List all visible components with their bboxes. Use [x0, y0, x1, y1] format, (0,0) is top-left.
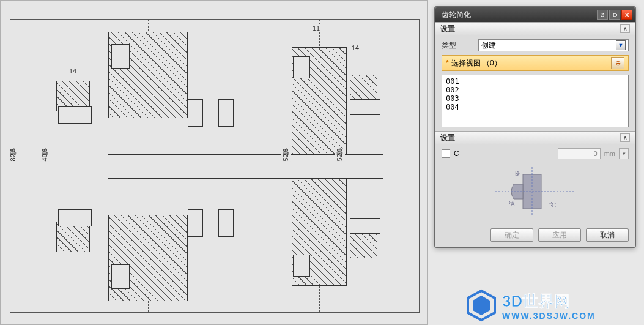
dialog-button-bar: 确定 应用 取消	[435, 223, 635, 247]
cancel-button[interactable]: 取消	[586, 228, 629, 242]
list-item[interactable]: 001	[446, 77, 624, 86]
list-item[interactable]: 002	[446, 86, 624, 94]
dropdown-arrow-icon[interactable]: ▼	[616, 40, 626, 50]
watermark-url: WWW.3DSJW.COM	[502, 311, 596, 321]
dim-v3: 管52.5	[281, 148, 291, 161]
section-settings-label: 设置	[440, 24, 455, 34]
reset-button[interactable]: ↺	[597, 10, 608, 20]
drawing-area[interactable]: 11 11 14 14 管82.5 管40.5 管52.5 管52.5	[10, 19, 420, 313]
svg-marker-4	[473, 296, 490, 315]
close-button[interactable]: ✕	[621, 10, 632, 20]
type-value: 创建	[481, 40, 496, 51]
select-view-row[interactable]: * 选择视图 （0） ⊕	[442, 55, 629, 71]
settings-icon[interactable]: ⚙	[609, 10, 620, 20]
c-checkbox[interactable]	[442, 149, 450, 158]
dialog-title: 齿轮简化	[442, 10, 471, 20]
dim-v1: 管82.5	[10, 148, 18, 161]
apply-button[interactable]: 应用	[538, 228, 581, 242]
value-stepper[interactable]: ▾	[619, 148, 629, 159]
sub-settings-label: 设置	[440, 133, 455, 143]
required-star-icon: *	[446, 59, 449, 67]
section-settings-header[interactable]: 设置 ∧	[435, 22, 635, 35]
collapse-icon[interactable]: ∧	[620, 24, 630, 33]
type-label: 类型	[442, 40, 478, 51]
dim-v4: 管52.5	[335, 148, 345, 161]
unit-label: mm	[604, 150, 615, 157]
drawing-canvas[interactable]: 11 11 14 14 管82.5 管40.5 管52.5 管52.5	[0, 0, 428, 325]
pick-view-button[interactable]: ⊕	[611, 57, 624, 69]
watermark-logo: 3D世界网 WWW.3DSJW.COM	[464, 287, 642, 324]
svg-marker-3	[468, 291, 495, 320]
sub-settings-header[interactable]: 设置 ∧	[435, 131, 635, 144]
collapse-icon[interactable]: ∧	[620, 133, 630, 142]
dim-top-c: 14	[351, 44, 360, 51]
list-item[interactable]: 004	[446, 103, 624, 111]
dim-top-d: 14	[68, 67, 77, 75]
ok-button[interactable]: 确定	[490, 228, 533, 242]
dialog-titlebar[interactable]: 齿轮简化 ↺ ⚙ ✕	[435, 7, 635, 22]
dim-v2: 管40.5	[40, 148, 50, 161]
c-value-input[interactable]	[558, 148, 601, 159]
view-list[interactable]: 001 002 003 004	[442, 75, 629, 127]
schematic-preview: A B C	[442, 164, 629, 219]
select-view-label: 选择视图 （0）	[451, 58, 502, 69]
watermark-brand: 3D世界网	[502, 292, 570, 310]
label-a: A	[511, 201, 515, 207]
type-select[interactable]: 创建 ▼	[478, 39, 629, 51]
dim-top-b: 11	[312, 24, 320, 32]
list-item[interactable]: 003	[446, 94, 624, 103]
gear-simplify-dialog: 齿轮简化 ↺ ⚙ ✕ 设置 ∧ 类型 创建 ▼ * 选择视图 （0） ⊕ 001…	[434, 6, 636, 248]
c-label: C	[454, 149, 459, 158]
